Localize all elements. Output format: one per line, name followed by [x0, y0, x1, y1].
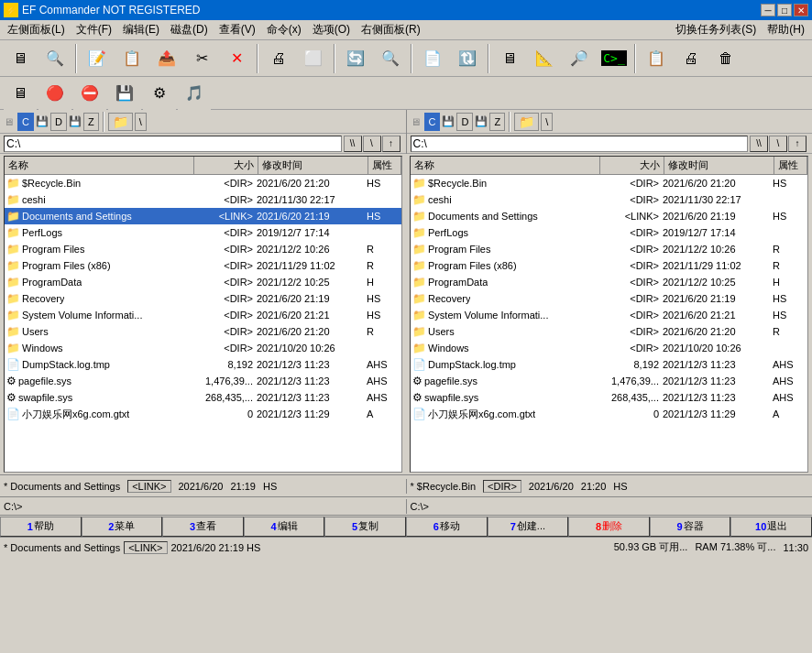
right-nav-root[interactable]: \\	[750, 136, 768, 152]
bottom-btn-创建...[interactable]: 7创建...	[488, 517, 569, 537]
left-col-size[interactable]: 大小	[194, 157, 258, 174]
tb-measure-btn[interactable]: 📐	[528, 42, 561, 75]
tb-export-btn[interactable]: 📤	[150, 42, 183, 75]
file-row[interactable]: 📁System Volume Informati...<DIR>2021/6/2…	[5, 307, 401, 323]
menu-right-panel[interactable]: 右侧面板(R)	[356, 20, 426, 39]
left-drive-c[interactable]: C	[17, 113, 34, 131]
tb-desktop-btn[interactable]: 🖥	[4, 42, 37, 75]
left-drive-folder[interactable]: 📁	[108, 113, 133, 131]
bottom-btn-菜单[interactable]: 2菜单	[82, 517, 163, 537]
bottom-btn-复制[interactable]: 5复制	[324, 517, 406, 537]
tb2-red-btn[interactable]: 🔴	[38, 77, 71, 110]
right-col-size[interactable]: 大小	[600, 157, 664, 174]
file-row[interactable]: ⚙pagefile.sys1,476,39...2021/12/3 11:23A…	[411, 373, 807, 389]
bottom-btn-删除[interactable]: 8删除	[568, 517, 650, 537]
tb2-block-btn[interactable]: ⛔	[73, 77, 106, 110]
tb-refresh-btn[interactable]: 🔄	[339, 42, 372, 75]
file-row[interactable]: 📁Windows<DIR>2021/10/20 10:26	[5, 340, 401, 356]
tb-empty-btn[interactable]: ⬜	[297, 42, 330, 75]
file-row[interactable]: 📁ProgramData<DIR>2021/12/2 10:25H	[411, 274, 807, 290]
right-col-attr[interactable]: 属性	[774, 157, 807, 174]
file-row[interactable]: 📁PerfLogs<DIR>2019/12/7 17:14	[5, 224, 401, 241]
tb-copy-btn[interactable]: 📋	[115, 42, 148, 75]
menu-task-list[interactable]: 切换任务列表(S)	[670, 20, 762, 39]
file-row[interactable]: 📁System Volume Informati...<DIR>2021/6/2…	[411, 307, 807, 323]
left-nav-root[interactable]: \\	[344, 136, 362, 152]
file-row[interactable]: ⚙pagefile.sys1,476,39...2021/12/3 11:23A…	[5, 373, 401, 389]
file-row[interactable]: 📁Documents and Settings<LINK>2021/6/20 2…	[411, 208, 807, 224]
file-row[interactable]: 📁Users<DIR>2021/6/20 21:20R	[411, 323, 807, 340]
left-col-name[interactable]: 名称	[5, 157, 194, 174]
left-path-input[interactable]	[4, 136, 342, 152]
tb-printer-btn[interactable]: 🖨	[675, 42, 708, 75]
right-path-input[interactable]	[411, 136, 749, 152]
file-row[interactable]: 📁ProgramData<DIR>2021/12/2 10:25H	[5, 274, 401, 290]
file-row[interactable]: ⚙swapfile.sys268,435,...2021/12/3 11:23A…	[5, 389, 401, 406]
tb-recycle-btn[interactable]: 🗑	[709, 42, 742, 75]
file-row[interactable]: 📁Users<DIR>2021/6/20 21:20R	[5, 323, 401, 340]
tb-screen-btn[interactable]: 🖥	[493, 42, 526, 75]
left-drive-d[interactable]: D	[50, 113, 67, 131]
file-row[interactable]: 📄DumpStack.log.tmp8,1922021/12/3 11:23AH…	[5, 356, 401, 373]
tb-find-btn[interactable]: 🔍	[374, 42, 407, 75]
bottom-btn-容器[interactable]: 9容器	[650, 517, 731, 537]
left-nav-up[interactable]: ↑	[382, 136, 401, 152]
maximize-button[interactable]: □	[777, 4, 792, 16]
menu-edit[interactable]: 编辑(E)	[117, 20, 165, 39]
right-drive-d[interactable]: D	[456, 113, 473, 131]
file-row[interactable]: 📁Documents and Settings<LINK>2021/6/20 2…	[5, 208, 401, 224]
file-row[interactable]: 📁Recovery<DIR>2021/6/20 21:19HS	[5, 290, 401, 307]
menu-left-panel[interactable]: 左侧面板(L)	[2, 20, 71, 39]
tb-doc-btn[interactable]: 📄	[416, 42, 449, 75]
bottom-btn-帮助[interactable]: 1帮助	[0, 517, 82, 537]
tb-delete-btn[interactable]: ✕	[220, 42, 253, 75]
menu-view[interactable]: 查看(V)	[214, 20, 261, 39]
right-col-date[interactable]: 修改时间	[664, 157, 774, 174]
file-row[interactable]: 📄DumpStack.log.tmp8,1922021/12/3 11:23AH…	[411, 356, 807, 373]
tb-cut-btn[interactable]: ✂	[185, 42, 218, 75]
right-drive-folder[interactable]: 📁	[514, 113, 539, 131]
tb-clip2-btn[interactable]: 📋	[640, 42, 673, 75]
right-col-name[interactable]: 名称	[411, 157, 600, 174]
left-col-date[interactable]: 修改时间	[258, 157, 368, 174]
file-row[interactable]: 📁ceshi<DIR>2021/11/30 22:17	[411, 191, 807, 208]
tb-search-btn[interactable]: 🔍	[38, 42, 71, 75]
file-row[interactable]: 📁PerfLogs<DIR>2019/12/7 17:14	[411, 224, 807, 241]
left-drive-backslash[interactable]: \	[135, 113, 147, 131]
right-nav-up[interactable]: ↑	[788, 136, 807, 152]
file-row[interactable]: 📁Recovery<DIR>2021/6/20 21:19HS	[411, 290, 807, 307]
tb2-media-btn[interactable]: 🎵	[178, 77, 211, 110]
menu-options[interactable]: 选项(O)	[307, 20, 356, 39]
file-row[interactable]: 📄小刀娱乐网x6g.com.gtxt02021/12/3 11:29A	[411, 406, 807, 422]
tb2-save-btn[interactable]: 💾	[108, 77, 141, 110]
file-row[interactable]: 📁Program Files (x86)<DIR>2021/11/29 11:0…	[411, 257, 807, 274]
left-col-attr[interactable]: 属性	[368, 157, 401, 174]
right-drive-backslash[interactable]: \	[541, 113, 553, 131]
close-button[interactable]: ✕	[794, 4, 808, 16]
menu-disk[interactable]: 磁盘(D)	[165, 20, 214, 39]
right-nav-parent[interactable]: \	[769, 136, 787, 152]
file-row[interactable]: 📄小刀娱乐网x6g.com.gtxt02021/12/3 11:29A	[5, 406, 401, 422]
file-row[interactable]: 📁ceshi<DIR>2021/11/30 22:17	[5, 191, 401, 208]
left-drive-z[interactable]: Z	[83, 113, 99, 131]
right-drive-c[interactable]: C	[424, 113, 441, 131]
minimize-button[interactable]: ─	[761, 4, 775, 16]
tb-edit-btn[interactable]: 📝	[81, 42, 114, 75]
tb-cmd-btn[interactable]: C>_	[598, 42, 631, 75]
menu-help[interactable]: 帮助(H)	[762, 20, 810, 39]
file-row[interactable]: 📁Program Files<DIR>2021/12/2 10:26R	[411, 241, 807, 257]
bottom-btn-查看[interactable]: 3查看	[162, 517, 244, 537]
tb-zoom-btn[interactable]: 🔎	[563, 42, 596, 75]
file-row[interactable]: 📁$Recycle.Bin<DIR>2021/6/20 21:20HS	[411, 175, 807, 191]
tb2-gear-btn[interactable]: ⚙	[143, 77, 176, 110]
tb2-setup-btn[interactable]: 🖥	[4, 77, 37, 110]
right-drive-z[interactable]: Z	[489, 113, 505, 131]
file-row[interactable]: 📁Program Files<DIR>2021/12/2 10:26R	[5, 241, 401, 257]
file-row[interactable]: 📁Program Files (x86)<DIR>2021/11/29 11:0…	[5, 257, 401, 274]
tb-sync-btn[interactable]: 🔃	[451, 42, 484, 75]
tb-print-btn[interactable]: 🖨	[262, 42, 295, 75]
file-row[interactable]: 📁$Recycle.Bin<DIR>2021/6/20 21:20HS	[5, 175, 401, 191]
file-row[interactable]: ⚙swapfile.sys268,435,...2021/12/3 11:23A…	[411, 389, 807, 406]
bottom-btn-退出[interactable]: 10退出	[730, 517, 812, 537]
bottom-btn-编辑[interactable]: 4编辑	[244, 517, 325, 537]
